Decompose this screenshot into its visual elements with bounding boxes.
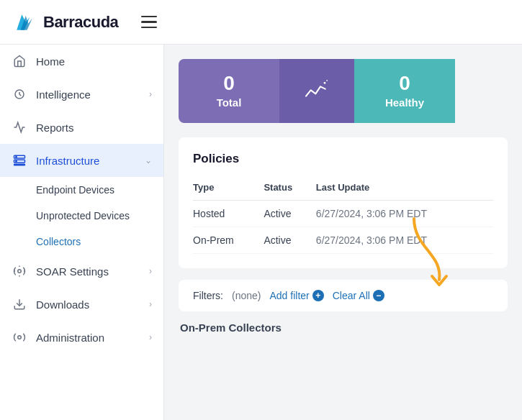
sidebar-item-administration[interactable]: Administration › bbox=[0, 321, 163, 354]
sidebar-sub-item-collectors[interactable]: Collectors bbox=[0, 229, 163, 255]
svg-point-8 bbox=[18, 336, 22, 339]
hamburger-line-2 bbox=[141, 21, 157, 23]
logo-area: Barracuda bbox=[12, 9, 118, 35]
sidebar-sub-label-endpoint: Endpoint Devices bbox=[36, 184, 114, 196]
stat-card-total: 0 Total bbox=[179, 59, 279, 123]
svg-rect-3 bbox=[14, 164, 25, 165]
add-filter-plus-icon: + bbox=[312, 290, 324, 301]
clear-all-label: Clear All bbox=[333, 290, 370, 301]
row-type-onprem: On-Prem bbox=[193, 227, 264, 254]
add-filter-label: Add filter bbox=[269, 290, 309, 301]
admin-chevron-icon: › bbox=[149, 332, 152, 342]
admin-icon bbox=[12, 329, 27, 345]
row-status-hosted: Active bbox=[264, 201, 315, 227]
svg-point-10 bbox=[326, 80, 328, 81]
reports-icon bbox=[12, 119, 27, 135]
col-header-status: Status bbox=[264, 178, 315, 201]
row-status-onprem: Active bbox=[264, 227, 315, 254]
filters-label: Filters: bbox=[193, 290, 223, 301]
infrastructure-icon bbox=[12, 152, 27, 168]
filters-bar: Filters: (none) Add filter + Clear All − bbox=[179, 280, 508, 311]
col-header-last-update: Last Update bbox=[316, 178, 493, 201]
policies-title: Policies bbox=[193, 152, 493, 166]
top-header: Barracuda bbox=[0, 0, 522, 45]
total-label: Total bbox=[217, 96, 242, 109]
sidebar-item-home[interactable]: Home bbox=[0, 45, 163, 78]
chevron-right-icon: › bbox=[149, 89, 152, 99]
sidebar-sub-label-collectors: Collectors bbox=[36, 236, 81, 247]
hamburger-line-3 bbox=[141, 27, 157, 29]
stat-card-healthy: 0 Healthy bbox=[354, 59, 455, 123]
col-header-type: Type bbox=[193, 178, 264, 201]
clear-all-button[interactable]: Clear All − bbox=[333, 290, 384, 301]
sidebar-item-infrastructure[interactable]: Infrastructure ⌄ bbox=[0, 144, 163, 177]
downloads-chevron-icon: › bbox=[149, 299, 152, 309]
sidebar-sub-item-unprotected-devices[interactable]: Unprotected Devices bbox=[0, 203, 163, 229]
on-prem-section-heading: On-Prem Collectors bbox=[179, 321, 508, 334]
home-icon bbox=[12, 53, 27, 69]
policies-table: Type Status Last Update Hosted Active 6/… bbox=[193, 178, 493, 254]
sidebar-item-home-label: Home bbox=[36, 55, 65, 68]
sidebar-item-infrastructure-label: Infrastructure bbox=[36, 155, 99, 167]
main-layout: Home Intelligence › Reports bbox=[0, 45, 522, 420]
sidebar-item-admin-label: Administration bbox=[36, 332, 104, 344]
clear-all-minus-icon: − bbox=[373, 290, 384, 301]
sidebar-item-soar-label: SOAR Settings bbox=[36, 265, 109, 278]
stats-chart-icon bbox=[302, 77, 331, 106]
healthy-number: 0 bbox=[399, 73, 410, 93]
row-type-hosted: Hosted bbox=[193, 201, 264, 227]
stats-row: 0 Total 0 Healthy bbox=[179, 59, 508, 123]
sidebar-item-intelligence-label: Intelligence bbox=[36, 88, 91, 101]
filters-value: (none) bbox=[232, 290, 261, 301]
table-row: Hosted Active 6/27/2024, 3:06 PM EDT bbox=[193, 201, 493, 227]
sidebar-item-downloads-label: Downloads bbox=[36, 298, 89, 311]
soar-icon bbox=[12, 263, 27, 279]
downloads-icon bbox=[12, 296, 27, 312]
chevron-down-icon: ⌄ bbox=[145, 155, 152, 165]
sidebar-item-reports[interactable]: Reports bbox=[0, 111, 163, 144]
hamburger-button[interactable] bbox=[138, 13, 160, 32]
row-update-onprem: 6/27/2024, 3:06 PM EDT bbox=[316, 227, 493, 254]
sidebar-item-reports-label: Reports bbox=[36, 122, 74, 134]
intelligence-icon bbox=[12, 86, 27, 102]
hamburger-line-1 bbox=[141, 16, 157, 18]
total-number: 0 bbox=[223, 73, 235, 93]
policies-card: Policies Type Status Last Update Hosted … bbox=[179, 137, 508, 268]
stat-card-middle-icon bbox=[279, 59, 354, 123]
logo-text: Barracuda bbox=[43, 13, 118, 32]
sidebar-item-intelligence[interactable]: Intelligence › bbox=[0, 78, 163, 111]
svg-point-5 bbox=[16, 160, 17, 162]
table-row: On-Prem Active 6/27/2024, 3:06 PM EDT bbox=[193, 227, 493, 254]
svg-point-9 bbox=[324, 82, 326, 84]
svg-point-4 bbox=[16, 156, 17, 158]
healthy-label: Healthy bbox=[385, 96, 424, 109]
add-filter-button[interactable]: Add filter + bbox=[269, 290, 323, 301]
barracuda-logo-icon bbox=[12, 9, 37, 35]
svg-point-6 bbox=[18, 270, 22, 273]
soar-chevron-icon: › bbox=[149, 266, 152, 276]
sidebar: Home Intelligence › Reports bbox=[0, 45, 164, 420]
sidebar-item-downloads[interactable]: Downloads › bbox=[0, 288, 163, 321]
sidebar-sub-item-endpoint-devices[interactable]: Endpoint Devices bbox=[0, 177, 163, 203]
row-update-hosted: 6/27/2024, 3:06 PM EDT bbox=[316, 201, 493, 227]
sidebar-item-soar-settings[interactable]: SOAR Settings › bbox=[0, 255, 163, 288]
sidebar-sub-label-unprotected: Unprotected Devices bbox=[36, 210, 130, 222]
content-area: 0 Total 0 Healthy bbox=[164, 45, 522, 420]
